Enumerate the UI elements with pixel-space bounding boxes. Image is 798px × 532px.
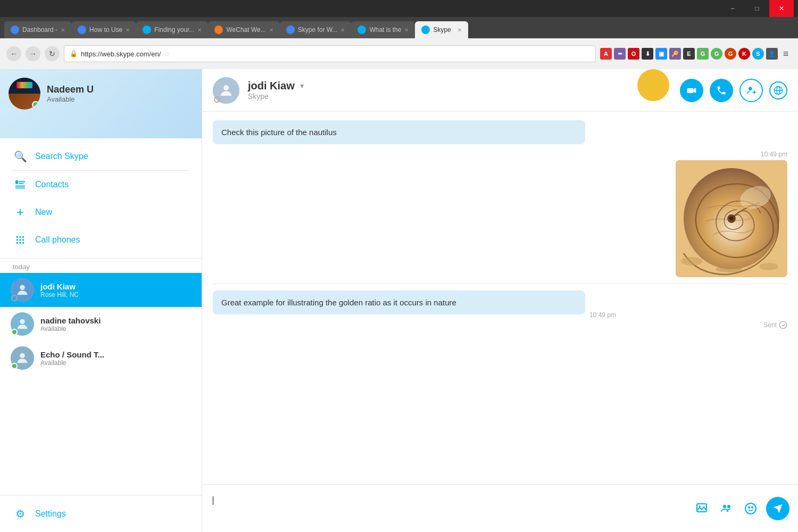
contact-name-nadine-tahovski: nadine tahovski bbox=[40, 316, 191, 325]
tab-close-skype-for-w[interactable]: ✕ bbox=[340, 27, 345, 33]
nav-call-phones[interactable]: Call phones bbox=[0, 226, 202, 254]
skype-icon[interactable]: S bbox=[752, 48, 764, 60]
contact-sub-nadine-tahovski: Available bbox=[40, 325, 191, 332]
sidebar: Nadeem U Available 🔍 Search Skype Contac… bbox=[0, 69, 202, 532]
minimize-button[interactable]: − bbox=[720, 0, 745, 17]
refresh-button[interactable]: ↻ bbox=[45, 46, 60, 61]
tab-favicon-how-to-use bbox=[78, 26, 86, 34]
chat-actions bbox=[637, 74, 787, 106]
tab-wechat[interactable]: WeChat We... ✕ bbox=[208, 21, 279, 38]
k-icon[interactable]: K bbox=[738, 48, 750, 60]
opera-icon[interactable]: O bbox=[628, 48, 639, 60]
back-button[interactable]: ← bbox=[6, 46, 21, 61]
contacts-label: Contacts bbox=[35, 180, 69, 189]
user-status: Available bbox=[47, 95, 94, 103]
svg-point-41 bbox=[752, 507, 753, 508]
svg-point-17 bbox=[223, 85, 229, 90]
svg-point-40 bbox=[749, 507, 750, 508]
message-divider bbox=[213, 284, 787, 284]
sidebar-bottom: ⚙ Settings bbox=[0, 495, 202, 532]
plus-icon: + bbox=[13, 205, 28, 220]
chat-contact-avatar bbox=[213, 77, 239, 104]
download-icon[interactable]: ⬇ bbox=[642, 48, 653, 60]
send-button[interactable] bbox=[766, 497, 789, 520]
tab-favicon-what-is-the bbox=[358, 26, 366, 34]
user-avatar[interactable] bbox=[9, 78, 40, 110]
tab-label-wechat: WeChat We... bbox=[226, 26, 265, 34]
chat-area: jodi Kiaw ▼ Skype bbox=[202, 69, 798, 532]
address-bar[interactable]: 🔒 https://web.skype.com/en/ ☆ bbox=[64, 45, 596, 62]
tab-close-dashboard[interactable]: ✕ bbox=[61, 27, 65, 33]
audio-call-button[interactable] bbox=[710, 79, 733, 102]
tab-close-finding[interactable]: ✕ bbox=[197, 27, 202, 33]
grammarly-icon[interactable]: G bbox=[725, 48, 736, 60]
tab-close-how-to-use[interactable]: ✕ bbox=[126, 27, 130, 33]
dialpad-icon bbox=[13, 232, 28, 247]
svg-point-33 bbox=[716, 266, 742, 272]
tab-what-is-the[interactable]: What is the ✕ bbox=[351, 21, 415, 38]
tab-label-skype-for-w: Skype for W... bbox=[298, 26, 338, 34]
tab-label-finding: Finding your... bbox=[154, 26, 194, 34]
svg-marker-19 bbox=[693, 88, 696, 93]
chat-contact-platform: Skype bbox=[248, 92, 629, 101]
tab-close-what-is-the[interactable]: ✕ bbox=[404, 27, 409, 33]
nav-settings[interactable]: ⚙ Settings bbox=[0, 500, 202, 528]
video-call-button[interactable] bbox=[680, 79, 703, 102]
chat-contact-status-dot bbox=[214, 96, 220, 103]
svg-point-11 bbox=[16, 242, 19, 244]
contact-item-echo-sound[interactable]: Echo / Sound T... Available bbox=[0, 341, 202, 375]
svg-point-38 bbox=[727, 505, 730, 508]
sidebar-header: Nadeem U Available bbox=[0, 69, 202, 138]
avast-icon[interactable]: A bbox=[600, 48, 612, 60]
add-contact-button[interactable] bbox=[739, 79, 763, 102]
tab-skype-for-w[interactable]: Skype for W... ✕ bbox=[280, 21, 352, 38]
globe-button[interactable] bbox=[769, 81, 787, 99]
contact-status-dot-jodi bbox=[11, 295, 18, 301]
person-icon[interactable]: 👤 bbox=[766, 48, 778, 60]
menu-icon[interactable]: ≡ bbox=[780, 48, 792, 60]
chat-contact-name: jodi Kiaw ▼ bbox=[248, 80, 629, 92]
contact-item-jodi-kiaw[interactable]: jodi Kiaw Rose Hill, NC bbox=[0, 273, 202, 307]
search-icon: 🔍 bbox=[13, 149, 28, 164]
message-bubble-1: Check this picture of the nautilus bbox=[213, 120, 585, 144]
nav-contacts[interactable]: Contacts bbox=[0, 171, 202, 198]
message-input[interactable]: | bbox=[211, 495, 686, 522]
nav-search[interactable]: 🔍 Search Skype bbox=[0, 143, 202, 170]
tab-dashboard[interactable]: Dashboard - ✕ bbox=[4, 21, 71, 38]
tab-skype[interactable]: Skype ✕ bbox=[415, 21, 468, 38]
user-info: Nadeem U Available bbox=[9, 78, 94, 110]
nautilus-image bbox=[676, 160, 787, 277]
svg-point-32 bbox=[759, 263, 778, 270]
nav-new[interactable]: + New bbox=[0, 198, 202, 226]
tab-bar: Dashboard - ✕ How to Use ✕ Finding your.… bbox=[0, 17, 798, 38]
contact-item-nadine-tahovski[interactable]: nadine tahovski Available bbox=[0, 307, 202, 341]
input-actions bbox=[693, 497, 789, 520]
svg-point-9 bbox=[19, 239, 21, 241]
emoji-button[interactable] bbox=[742, 500, 760, 518]
contact-info-jodi-kiaw: jodi Kiaw Rose Hill, NC bbox=[40, 282, 191, 298]
dropdown-arrow-icon[interactable]: ▼ bbox=[299, 82, 305, 90]
box-icon[interactable]: ▣ bbox=[655, 48, 667, 60]
star-icon[interactable]: ☆ bbox=[164, 50, 170, 58]
tab-how-to-use[interactable]: How to Use ✕ bbox=[71, 21, 136, 38]
contact-info-echo-sound: Echo / Sound T... Available bbox=[40, 350, 191, 367]
close-button[interactable]: ✕ bbox=[769, 0, 794, 17]
grammar-icon[interactable]: G bbox=[711, 48, 722, 60]
tab-close-skype[interactable]: ✕ bbox=[458, 27, 462, 33]
image-upload-button[interactable] bbox=[693, 500, 711, 518]
messages-area[interactable]: Check this picture of the nautilus 10:49… bbox=[202, 112, 798, 484]
forward-button[interactable]: → bbox=[26, 46, 40, 61]
contact-name-jodi-kiaw: jodi Kiaw bbox=[40, 282, 191, 291]
contacts-share-button[interactable] bbox=[717, 500, 735, 518]
app-container: Nadeem U Available 🔍 Search Skype Contac… bbox=[0, 69, 798, 532]
pen-icon[interactable]: ✒ bbox=[614, 48, 626, 60]
key-icon[interactable]: 🔑 bbox=[669, 48, 681, 60]
evernote-icon[interactable]: E bbox=[683, 48, 695, 60]
tab-favicon-finding bbox=[143, 26, 151, 34]
title-bar: − □ ✕ bbox=[0, 0, 798, 17]
tab-close-wechat[interactable]: ✕ bbox=[269, 27, 273, 33]
svg-point-7 bbox=[22, 236, 24, 238]
green-icon[interactable]: G bbox=[697, 48, 709, 60]
maximize-button[interactable]: □ bbox=[745, 0, 769, 17]
tab-finding[interactable]: Finding your... ✕ bbox=[136, 21, 208, 38]
